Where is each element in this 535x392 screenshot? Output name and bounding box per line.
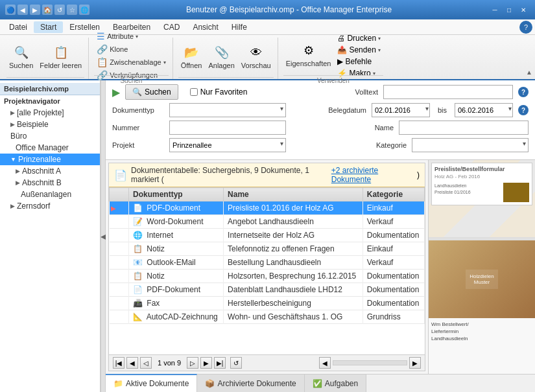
row-name-cell: Angebot Landhausdieeln [224, 215, 363, 229]
table-scrollbar-track[interactable] [333, 360, 407, 365]
preview-doc-text: Preisliste/Bestellformular Holz AG - Feb… [431, 163, 532, 205]
ribbon-collapse-button[interactable]: ▲ [526, 67, 532, 76]
dokumenttyp-select[interactable] [169, 103, 286, 117]
menu-ansicht[interactable]: Ansicht [186, 21, 224, 33]
nav-back[interactable]: ◀ [18, 5, 28, 15]
table-scrollbar-right[interactable]: ▶ [409, 357, 421, 369]
attribute-button[interactable]: ☰ Attribute ▾ [94, 30, 169, 42]
klone-button[interactable]: 🔗 Klone [94, 43, 169, 55]
col-header-kategorie[interactable]: Kategorie [363, 188, 424, 202]
content-area: ▶ 🔍 Suchen Nur Favoriten Volltext ? Doku… [106, 80, 535, 392]
sidebar-item-abschnitt-b[interactable]: ▶ Abschnitt B [0, 177, 100, 189]
table-row[interactable]: 📋 Notiz Telefonnotiz zu offenen Fragen E… [110, 242, 425, 256]
befehle-label: Befehle [345, 57, 372, 66]
sidebar-item-buero[interactable]: Büro [0, 130, 100, 142]
date-from-input[interactable] [372, 103, 430, 117]
search-row-1: ▶ 🔍 Suchen Nur Favoriten Volltext ? [112, 84, 529, 100]
table-row[interactable]: 📧 Outlook-EMail Bestellung Landhausdieel… [110, 256, 425, 270]
maximize-button[interactable]: □ [503, 5, 516, 15]
nav-prev-button[interactable]: ◀ [126, 357, 138, 369]
sidebar-item-beispiele[interactable]: ▶ Beispiele [0, 119, 100, 130]
col-header-name[interactable]: Name [224, 188, 363, 202]
sidebar-collapse-handle[interactable]: ◀ [101, 80, 106, 392]
sidebar-item-alle[interactable]: ▶ [alle Projekte] [0, 107, 100, 119]
volltext-input[interactable] [383, 85, 513, 99]
date-to-wrapper: ▾ [455, 103, 513, 117]
senden-button[interactable]: 📤 Senden ▾ [335, 45, 383, 55]
table-row[interactable]: ▶ 📄 PDF-Dokument Preisliste 01.2016 der … [110, 202, 425, 215]
app-icon-blue[interactable]: 🔵 [5, 5, 16, 15]
volltext-help-icon[interactable]: ? [518, 87, 529, 97]
vorschau-button[interactable]: 👁 Vorschau [239, 40, 274, 76]
preview-panel: Preisliste/Bestellformular Holz AG - Feb… [428, 160, 535, 374]
window-controls: ─ □ ✕ [488, 5, 530, 15]
tab-aktive-dokumente[interactable]: 📁 Aktive Dokumente [106, 374, 197, 392]
nav-star[interactable]: ☆ [67, 5, 77, 15]
row-kategorie-cell: Einkauf [363, 242, 424, 256]
anlagen-button[interactable]: 📎 Anlagen [206, 40, 237, 76]
sidebar-item-aussenanlagen[interactable]: Außenanlagen [0, 189, 100, 200]
drucken-button[interactable]: 🖨 Drucken ▾ [335, 33, 383, 43]
felder-leeren-button[interactable]: 📋 Felder leeren [37, 40, 84, 76]
table-row[interactable]: 📠 Fax Herstellerbescheinigung Dokumentat… [110, 297, 425, 310]
oeffnen-icon: 📂 [184, 45, 199, 60]
table-row[interactable]: 🌐 Internet Internetseite der Holz AG Dok… [110, 229, 425, 242]
row-kategorie-cell: Dokumentation [363, 270, 424, 283]
menu-start[interactable]: Start [34, 21, 63, 33]
nav-next-small-button[interactable]: ▷ [187, 357, 198, 369]
table-row[interactable]: 📄 PDF-Dokument Datenblatt Landhausdiele … [110, 283, 425, 297]
nav-last-button[interactable]: ▶| [214, 357, 226, 369]
belegdatum-label: Belegdatum [328, 106, 366, 114]
row-arrow-cell [110, 242, 129, 256]
belegdatum-help-icon[interactable]: ? [518, 105, 529, 115]
sidebar-header[interactable]: Beispielarchiv.omp [0, 83, 100, 95]
ribbon-collapse-icon: ▲ [526, 69, 532, 76]
search-button[interactable]: 🔍 Suchen [125, 84, 178, 100]
sidebar-office-manager-label: Office Manager [16, 143, 69, 152]
table-scrollbar-left[interactable]: ◀ [319, 357, 331, 369]
kategorie-select[interactable] [412, 138, 529, 152]
tab-aufgaben[interactable]: ✅ Aufgaben [305, 375, 366, 392]
eigenschaften-button[interactable]: ⚙ Eigenschaften [283, 38, 334, 74]
menu-datei[interactable]: Datei [3, 21, 34, 33]
sidebar-item-office-manager[interactable]: Office Manager [0, 142, 100, 154]
date-to-dropdown-icon[interactable]: ▾ [508, 105, 512, 112]
minimize-button[interactable]: ─ [488, 5, 501, 15]
nav-refresh[interactable]: ↺ [54, 5, 65, 15]
close-button[interactable]: ✕ [517, 5, 530, 15]
nur-favoriten-checkbox[interactable] [190, 88, 198, 96]
doc-header: 📄 Dokumententabelle: Suchergebnis, 9 Dok… [109, 163, 425, 187]
projekt-select[interactable]: Prinzenallee [169, 138, 286, 152]
table-row[interactable]: 📐 AutoCAD-Zeichnung Wohn- und Geschäftsh… [110, 310, 425, 324]
nav-next-button[interactable]: ▶ [200, 357, 212, 369]
oeffnen-button[interactable]: 📂 Öffnen [178, 40, 205, 76]
doc-header-text: Dokumententabelle: Suchergebnis, 9 Dokum… [131, 166, 327, 184]
sidebar-aussenanlagen-label: Außenanlagen [21, 190, 71, 199]
date-from-dropdown-icon[interactable]: ▾ [425, 105, 429, 112]
nav-forward[interactable]: ▶ [30, 5, 40, 15]
nav-home[interactable]: 🏠 [42, 5, 53, 15]
doc-table[interactable]: Dokumenttyp Name Kategorie ▶ 📄 PDF-Dokum… [109, 187, 425, 354]
menu-hilfe[interactable]: Hilfe [225, 21, 254, 33]
nav-first-button[interactable]: |◀ [113, 357, 125, 369]
befehle-button[interactable]: ▶ Befehle [335, 56, 383, 67]
table-row[interactable]: 📋 Notiz Holzsorten, Besprechung 16.12.20… [110, 270, 425, 283]
table-row[interactable]: 📝 Word-Dokument Angebot Landhausdieeln V… [110, 215, 425, 229]
nav-refresh-button[interactable]: ↺ [230, 357, 242, 369]
nav-prev-small-button[interactable]: ◁ [140, 357, 152, 369]
nav-globe[interactable]: 🌐 [79, 5, 89, 15]
suchen-button[interactable]: 🔍 Suchen [6, 40, 36, 76]
titlebar: 🔵 ◀ ▶ 🏠 ↺ ☆ 🌐 Benutzer @ Beispielarchiv.… [0, 0, 535, 19]
zwischenablage-button[interactable]: 📋 Zwischenablage ▾ [94, 56, 169, 68]
sidebar-item-abschnitt-a[interactable]: ▶ Abschnitt A [0, 165, 100, 177]
col-header-dokumenttyp[interactable]: Dokumenttyp [129, 188, 224, 202]
name-input[interactable] [399, 121, 529, 135]
date-to-input[interactable] [455, 103, 513, 117]
sidebar-alle-label: [alle Projekte] [17, 108, 64, 117]
sidebar-item-zernsdorf[interactable]: ▶ Zernsdorf [0, 200, 100, 212]
tab-archivierte-dokumente[interactable]: 📦 Archivierte Dokumente [197, 375, 304, 392]
help-circle-icon[interactable]: ? [519, 21, 532, 34]
nummer-input[interactable] [169, 121, 286, 135]
sidebar-item-prinzenallee[interactable]: ▼ Prinzenallee [0, 154, 100, 165]
archive-link[interactable]: +2 archivierte Dokumente [331, 166, 413, 184]
